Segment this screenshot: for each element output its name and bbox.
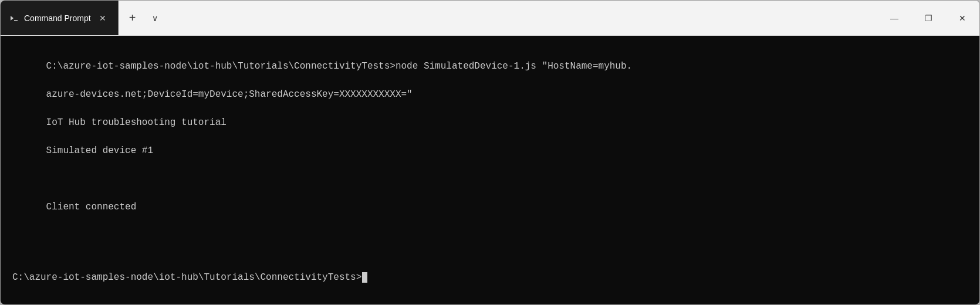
maximize-button[interactable]: ❐ <box>911 1 945 35</box>
svg-rect-2 <box>14 20 18 21</box>
titlebar: Command Prompt ✕ + ∨ — ❐ ✕ <box>1 1 979 36</box>
svg-rect-0 <box>9 13 19 23</box>
output-line-4: Simulated device #1 <box>46 145 153 156</box>
minimize-button[interactable]: — <box>877 1 911 35</box>
tab-area: Command Prompt ✕ + ∨ <box>1 1 877 35</box>
terminal-tab-icon <box>9 13 19 23</box>
tab-command-prompt[interactable]: Command Prompt ✕ <box>1 1 119 35</box>
terminal-output: C:\azure-iot-samples-node\iot-hub\Tutori… <box>12 45 968 304</box>
terminal-body[interactable]: C:\azure-iot-samples-node\iot-hub\Tutori… <box>1 36 979 304</box>
tab-dropdown-button[interactable]: ∨ <box>144 8 165 29</box>
tab-label: Command Prompt <box>24 13 91 23</box>
output-line-1: C:\azure-iot-samples-node\iot-hub\Tutori… <box>46 61 633 72</box>
window-controls: — ❐ ✕ <box>877 1 979 35</box>
close-button[interactable]: ✕ <box>945 1 979 35</box>
output-line-3: IoT Hub troubleshooting tutorial <box>46 117 227 128</box>
cursor-line: C:\azure-iot-samples-node\iot-hub\Tutori… <box>12 270 968 284</box>
new-tab-button[interactable]: + <box>121 6 144 30</box>
cursor <box>362 272 367 283</box>
prompt-line: C:\azure-iot-samples-node\iot-hub\Tutori… <box>12 270 361 284</box>
terminal-window: Command Prompt ✕ + ∨ — ❐ ✕ C:\azure-iot-… <box>0 0 980 305</box>
output-line-6: Client connected <box>46 202 137 212</box>
tab-close-button[interactable]: ✕ <box>96 11 110 25</box>
output-line-2: azure-devices.net;DeviceId=myDevice;Shar… <box>46 89 413 100</box>
